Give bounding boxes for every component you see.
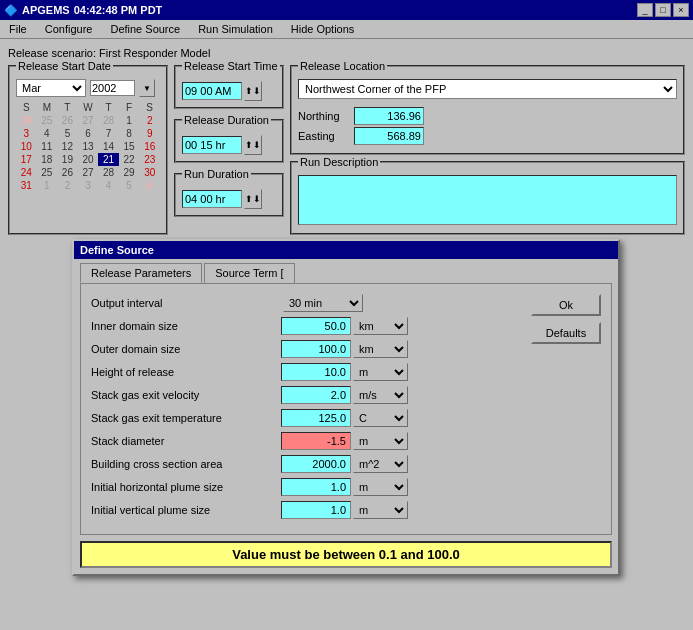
location-dropdown[interactable]: Northwest Corner of the PFP <box>298 79 677 99</box>
error-message: Value must be between 0.1 and 100.0 <box>80 541 612 568</box>
cal-cell[interactable]: 23 <box>139 153 160 166</box>
minimize-button[interactable]: _ <box>637 3 653 17</box>
stack-temperature-input[interactable] <box>281 409 351 427</box>
maximize-button[interactable]: □ <box>655 3 671 17</box>
year-input[interactable] <box>90 80 135 96</box>
close-button[interactable]: × <box>673 3 689 17</box>
cal-cell[interactable]: 3 <box>16 127 37 140</box>
cal-cell[interactable]: 12 <box>57 140 78 153</box>
field-label-outer-domain: Outer domain size <box>91 343 281 355</box>
field-label-stack-diameter: Stack diameter <box>91 435 281 447</box>
cal-cell[interactable]: 25 <box>37 166 58 179</box>
tab-source-term[interactable]: Source Term [ <box>204 263 294 283</box>
cal-cell[interactable]: 14 <box>98 140 119 153</box>
field-output-interval: Output interval 30 min <box>91 294 511 312</box>
cal-cell[interactable]: 17 <box>16 153 37 166</box>
release-start-date-panel: Release Start Date Mar ▼ S M T W T F S <box>8 65 168 235</box>
cal-cell[interactable]: 27 <box>78 114 99 127</box>
cal-cell[interactable]: 13 <box>78 140 99 153</box>
field-label-inner-domain: Inner domain size <box>91 320 281 332</box>
release-start-time-spinner[interactable]: ⬆⬇ <box>244 81 262 101</box>
cal-cell[interactable]: 25 <box>37 114 58 127</box>
run-duration-value[interactable]: 04 00 hr <box>182 190 242 208</box>
cal-cell[interactable]: 11 <box>37 140 58 153</box>
cal-cell[interactable]: 28 <box>98 166 119 179</box>
horiz-plume-unit[interactable]: m <box>353 478 408 496</box>
run-duration-label: Run Duration <box>182 168 251 180</box>
cal-cell[interactable]: 26 <box>57 166 78 179</box>
cal-cell[interactable]: 7 <box>98 127 119 140</box>
run-description-panel: Run Description <box>290 161 685 235</box>
menu-configure[interactable]: Configure <box>42 22 96 36</box>
menu-hide-options[interactable]: Hide Options <box>288 22 358 36</box>
cal-cell[interactable]: 3 <box>78 179 99 192</box>
horiz-plume-input[interactable] <box>281 478 351 496</box>
cal-cell[interactable]: 24 <box>16 114 37 127</box>
calendar: S M T W T F S 24 25 26 27 28 1 2 <box>16 101 160 192</box>
cal-cell[interactable]: 26 <box>57 114 78 127</box>
cal-cell[interactable]: 10 <box>16 140 37 153</box>
tab-release-parameters[interactable]: Release Parameters <box>80 263 202 283</box>
cal-cell[interactable]: 16 <box>139 140 160 153</box>
menu-run-simulation[interactable]: Run Simulation <box>195 22 276 36</box>
building-area-input[interactable] <box>281 455 351 473</box>
height-release-unit[interactable]: m <box>353 363 408 381</box>
year-dropdown-btn[interactable]: ▼ <box>139 79 155 97</box>
menu-bar: File Configure Define Source Run Simulat… <box>0 20 693 39</box>
vert-plume-unit[interactable]: m <box>353 501 408 519</box>
cal-cell[interactable]: 4 <box>98 179 119 192</box>
inner-domain-unit[interactable]: km <box>353 317 408 335</box>
northing-label: Northing <box>298 110 348 122</box>
stack-velocity-input[interactable] <box>281 386 351 404</box>
cal-cell[interactable]: 28 <box>98 114 119 127</box>
cal-cell-today[interactable]: 21 <box>98 153 119 166</box>
cal-cell[interactable]: 2 <box>57 179 78 192</box>
cal-cell[interactable]: 9 <box>139 127 160 140</box>
cal-cell[interactable]: 8 <box>119 127 140 140</box>
cal-cell[interactable]: 5 <box>119 179 140 192</box>
cal-cell[interactable]: 31 <box>16 179 37 192</box>
stack-diameter-unit[interactable]: m <box>353 432 408 450</box>
inner-domain-input[interactable] <box>281 317 351 335</box>
app-icon: 🔷 <box>4 4 18 17</box>
cal-cell[interactable]: 1 <box>37 179 58 192</box>
building-area-unit[interactable]: m^2 <box>353 455 408 473</box>
outer-domain-input[interactable] <box>281 340 351 358</box>
month-select[interactable]: Mar <box>16 79 86 97</box>
app-name: APGEMS <box>22 4 70 16</box>
defaults-button[interactable]: Defaults <box>531 322 601 344</box>
cal-cell[interactable]: 27 <box>78 166 99 179</box>
cal-cell[interactable]: 22 <box>119 153 140 166</box>
cal-cell[interactable]: 2 <box>139 114 160 127</box>
cal-cell[interactable]: 29 <box>119 166 140 179</box>
cal-cell[interactable]: 15 <box>119 140 140 153</box>
outer-domain-unit[interactable]: km <box>353 340 408 358</box>
cal-cell[interactable]: 1 <box>119 114 140 127</box>
stack-diameter-input[interactable] <box>281 432 351 450</box>
cal-cell[interactable]: 4 <box>37 127 58 140</box>
cal-cell[interactable]: 20 <box>78 153 99 166</box>
output-interval-select[interactable]: 30 min <box>283 294 363 312</box>
field-height-release: Height of release m <box>91 363 511 381</box>
release-start-time-value[interactable]: 09 00 AM <box>182 82 242 100</box>
cal-cell[interactable]: 5 <box>57 127 78 140</box>
release-duration-value[interactable]: 00 15 hr <box>182 136 242 154</box>
release-duration-spinner[interactable]: ⬆⬇ <box>244 135 262 155</box>
field-vert-plume: Initial vertical plume size m <box>91 501 511 519</box>
cal-cell[interactable]: 6 <box>139 179 160 192</box>
cal-cell[interactable]: 6 <box>78 127 99 140</box>
easting-label: Easting <box>298 130 348 142</box>
cal-cell[interactable]: 24 <box>16 166 37 179</box>
ok-button[interactable]: Ok <box>531 294 601 316</box>
run-duration-spinner[interactable]: ⬆⬇ <box>244 189 262 209</box>
stack-temperature-unit[interactable]: C <box>353 409 408 427</box>
menu-define-source[interactable]: Define Source <box>107 22 183 36</box>
height-release-input[interactable] <box>281 363 351 381</box>
cal-cell[interactable]: 18 <box>37 153 58 166</box>
cal-cell[interactable]: 19 <box>57 153 78 166</box>
menu-file[interactable]: File <box>6 22 30 36</box>
vert-plume-input[interactable] <box>281 501 351 519</box>
stack-velocity-unit[interactable]: m/s <box>353 386 408 404</box>
cal-cell[interactable]: 30 <box>139 166 160 179</box>
run-description-textarea[interactable] <box>298 175 677 225</box>
